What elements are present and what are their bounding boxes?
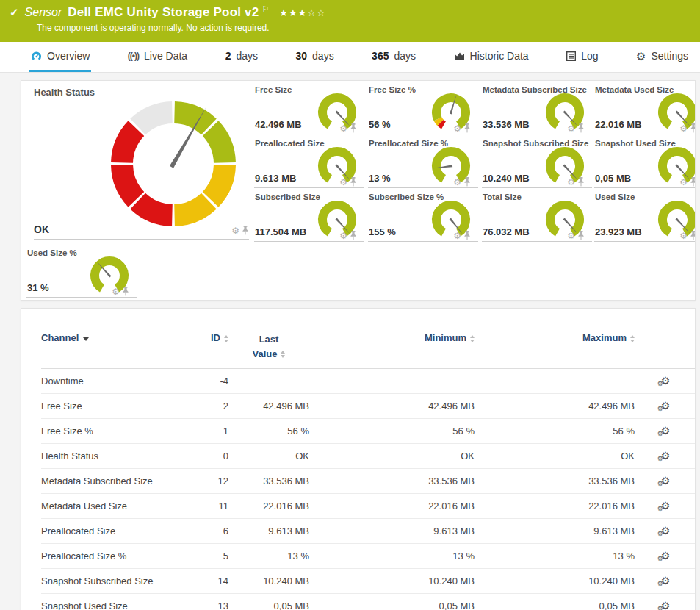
column-header-last-value[interactable]: LastValue xyxy=(228,329,309,369)
pin-icon[interactable] xyxy=(463,231,471,240)
tab-number: 30 xyxy=(295,50,307,62)
sort-desc-icon xyxy=(83,337,89,341)
channel-id: 5 xyxy=(197,544,228,569)
channel-settings-icon[interactable]: ⚙⚙ xyxy=(661,525,671,536)
channel-name: Free Size % xyxy=(41,419,197,444)
gauge-cell-snapshot-used-size: Snapshot Used Size0,05 MB⚙ xyxy=(594,139,696,188)
gauge-value: 33.536 MB xyxy=(483,119,530,130)
gauge-value: 0,05 MB xyxy=(595,173,631,184)
channel-settings-icon[interactable]: ⚙⚙ xyxy=(661,401,671,411)
tab-live-data[interactable]: ((•))Live Data xyxy=(126,42,189,72)
column-header-channel[interactable]: Channel xyxy=(41,329,197,369)
star-filled-icon[interactable]: ★ xyxy=(289,7,298,18)
gear-icon[interactable]: ⚙ xyxy=(231,226,239,235)
channel-name: Snapshot Used Size xyxy=(41,594,197,610)
pin-icon[interactable] xyxy=(463,177,471,187)
gear-icon[interactable]: ⚙ xyxy=(339,124,347,133)
channel-id: 11 xyxy=(197,494,228,519)
pin-icon[interactable] xyxy=(350,231,357,240)
channel-maximum: 13 % xyxy=(475,544,635,569)
gear-icon[interactable]: ⚙ xyxy=(679,178,688,187)
tab-label: Overview xyxy=(47,50,90,62)
gauge-value: 76.032 MB xyxy=(483,226,530,237)
gauge-cell-subscribed-size: Subscribed Size117.504 MB⚙ xyxy=(254,193,364,242)
star-filled-icon[interactable]: ★ xyxy=(298,7,308,18)
sensor-status-message: The component is operating normally. No … xyxy=(0,23,700,33)
channel-settings-icon[interactable]: ⚙⚙ xyxy=(661,476,671,486)
tab-days[interactable]: 365days xyxy=(370,42,417,72)
sort-icon xyxy=(470,335,475,342)
table-row: Metadata Subscribed Size1233.536 MB33.53… xyxy=(41,469,696,494)
star-empty-icon[interactable]: ☆ xyxy=(307,7,317,18)
star-empty-icon[interactable]: ☆ xyxy=(317,7,326,18)
tab-historic-data[interactable]: Historic Data xyxy=(452,42,530,72)
channel-last-value: 10.240 MB xyxy=(228,569,309,594)
channel-minimum xyxy=(309,369,475,394)
pin-icon[interactable] xyxy=(690,123,696,133)
channel-settings-icon[interactable]: ⚙⚙ xyxy=(661,451,671,461)
gear-icon[interactable]: ⚙ xyxy=(339,232,347,240)
channel-maximum: 42.496 MB xyxy=(475,394,635,419)
gear-icon[interactable]: ⚙ xyxy=(339,178,347,187)
tab-overview[interactable]: Overview xyxy=(29,42,91,72)
channel-settings-icon[interactable]: ⚙⚙ xyxy=(661,550,671,561)
channel-maximum xyxy=(475,369,635,394)
column-header-maximum[interactable]: Maximum xyxy=(475,329,635,369)
channel-name: Free Size xyxy=(41,394,197,419)
column-header-id[interactable]: ID xyxy=(197,329,228,369)
channel-maximum: 56 % xyxy=(475,419,635,444)
pin-icon[interactable] xyxy=(690,231,696,240)
gear-icon[interactable]: ⚙ xyxy=(679,232,688,240)
gear-icon[interactable]: ⚙ xyxy=(567,124,575,133)
health-status-value: OK xyxy=(34,223,49,235)
channel-name: Snapshot Subscribed Size xyxy=(41,569,197,594)
gauge-cell-used-size: Used Size23.923 MB⚙ xyxy=(594,193,696,242)
sensor-type-label: Sensor xyxy=(25,6,62,19)
tab-days[interactable]: 30days xyxy=(294,42,335,72)
gear-icon[interactable]: ⚙ xyxy=(112,287,120,296)
tab-days[interactable]: 2days xyxy=(224,42,259,72)
pin-icon[interactable] xyxy=(690,177,696,187)
channel-settings-icon[interactable]: ⚙⚙ xyxy=(661,426,671,436)
channel-settings-icon[interactable]: ⚙⚙ xyxy=(661,500,671,511)
gear-icon[interactable]: ⚙ xyxy=(567,178,575,187)
pin-icon[interactable] xyxy=(577,123,585,133)
gauge-cell-free-size: Free Size42.496 MB⚙ xyxy=(254,85,364,134)
pin-icon[interactable] xyxy=(463,123,471,133)
channel-table: ChannelIDLastValueMinimumMaximum Downtim… xyxy=(41,329,696,610)
priority-stars[interactable]: ★★★☆☆ xyxy=(279,7,325,18)
gear-icon[interactable]: ⚙ xyxy=(453,232,461,240)
gauge-cell-total-size: Total Size76.032 MB⚙ xyxy=(482,193,592,242)
gear-icon[interactable]: ⚙ xyxy=(679,124,688,133)
tab-settings[interactable]: ⚙Settings xyxy=(635,42,690,72)
pin-icon[interactable] xyxy=(577,177,585,187)
table-row: Downtime-4⚙⚙ xyxy=(41,369,696,394)
channel-last-value: OK xyxy=(228,444,309,469)
channel-settings-icon[interactable]: ⚙⚙ xyxy=(661,600,671,610)
gear-icon[interactable]: ⚙ xyxy=(453,124,461,133)
pin-icon[interactable] xyxy=(350,177,357,187)
column-header-minimum[interactable]: Minimum xyxy=(309,329,475,369)
gear-icon[interactable]: ⚙ xyxy=(453,178,461,187)
channel-last-value: 33.536 MB xyxy=(228,469,309,494)
channel-maximum: 9.613 MB xyxy=(475,519,635,544)
priority-flag-icon[interactable]: ⚐ xyxy=(261,4,269,14)
channel-last-value: 0,05 MB xyxy=(228,594,309,610)
channel-minimum: 33.536 MB xyxy=(309,469,475,494)
pin-icon[interactable] xyxy=(350,123,357,133)
gauge-cell-preallocated-size: Preallocated Size9.613 MB⚙ xyxy=(254,139,364,188)
channel-minimum: 10.240 MB xyxy=(309,569,475,594)
log-icon xyxy=(566,51,576,61)
channel-maximum: OK xyxy=(475,444,635,469)
star-filled-icon[interactable]: ★ xyxy=(279,7,289,18)
channel-settings-icon[interactable]: ⚙⚙ xyxy=(661,376,671,386)
pin-icon[interactable] xyxy=(577,231,585,240)
gauge-value: 22.016 MB xyxy=(595,119,642,130)
historic-data-icon xyxy=(454,51,465,60)
gear-icon[interactable]: ⚙ xyxy=(567,232,575,240)
pin-icon[interactable] xyxy=(122,287,129,296)
pin-icon[interactable] xyxy=(242,226,249,235)
gauge-label: Free Size xyxy=(255,85,292,94)
channel-settings-icon[interactable]: ⚙⚙ xyxy=(661,575,671,586)
tab-log[interactable]: Log xyxy=(565,42,599,72)
